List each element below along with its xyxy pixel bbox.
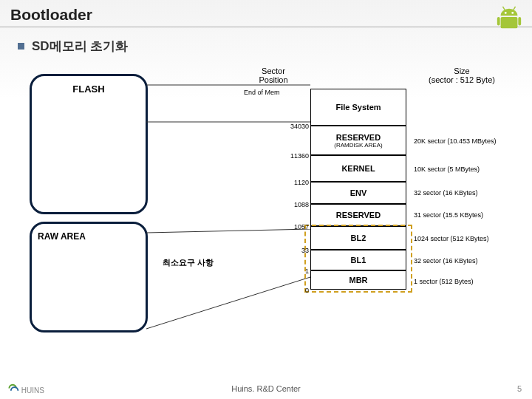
page-number: 5 (517, 384, 522, 393)
pos-34030: 34030 (290, 123, 309, 130)
flash-label: FLASH (32, 83, 146, 95)
size-1: 1 sector (512 Bytes) (414, 278, 474, 285)
size-31: 31 sector (15.5 KBytes) (414, 211, 483, 219)
header-size: Size (sector : 512 Byte) (414, 66, 510, 84)
size-32b: 32 sector (16 KBytes) (414, 257, 478, 265)
raw-connector (146, 229, 310, 332)
svg-point-2 (511, 12, 514, 14)
cell-reserved2: RESERVED (310, 204, 406, 226)
cell-reserved-sub: (RAMDISK AREA) (311, 142, 406, 149)
raw-area-box: RAW AREA (30, 222, 148, 332)
size-32: 32 sector (16 KBytes) (414, 189, 478, 197)
footer-text: Huins. R&D Center (0, 384, 532, 393)
svg-line-9 (146, 229, 310, 233)
slide: Bootloader SD메모리 초기화 FLASH RAW AREA 최소요구… (0, 0, 532, 399)
svg-rect-4 (518, 17, 521, 25)
cell-env: ENV (310, 182, 406, 204)
subtitle: SD메모리 초기화 (32, 38, 128, 55)
svg-rect-3 (497, 17, 500, 25)
page-title: Bootloader (10, 6, 522, 24)
cell-reserved-label: RESERVED (311, 133, 406, 142)
svg-rect-0 (501, 17, 518, 28)
pos-33: 33 (301, 247, 309, 254)
pos-1088: 1088 (294, 201, 309, 208)
title-bar: Bootloader (0, 0, 532, 27)
pos-1120: 1120 (294, 179, 309, 186)
cell-filesystem: File System (310, 89, 406, 126)
size-1024: 1024 sector (512 KBytes) (414, 235, 489, 242)
pos-11360: 11360 (290, 152, 309, 160)
content-area: FLASH RAW AREA 최소요구 사항 Sector Position S… (30, 74, 517, 362)
svg-line-10 (146, 277, 310, 329)
subtitle-row: SD메모리 초기화 (0, 27, 532, 55)
size-10k: 10K sector (5 MBytes) (414, 166, 480, 173)
svg-line-6 (514, 7, 516, 10)
pos-1057: 1057 (294, 223, 309, 231)
raw-area-label: RAW AREA (38, 231, 86, 242)
end-of-mem-label: End of Mem (244, 89, 280, 96)
svg-line-5 (502, 7, 505, 10)
pos-0: 0 (305, 287, 309, 294)
svg-point-1 (505, 12, 507, 14)
android-icon (495, 4, 523, 33)
cell-reserved-ramdisk: RESERVED (RAMDISK AREA) (310, 126, 406, 155)
dashed-highlight (304, 225, 412, 293)
flash-connector (146, 81, 310, 126)
bullet-icon (18, 43, 24, 50)
header-position: Sector Position (244, 66, 303, 84)
size-20k: 20K sector (10.453 MBytes) (414, 137, 497, 145)
flash-box: FLASH (30, 74, 148, 214)
pos-1: 1 (305, 267, 309, 275)
cell-kernel: KERNEL (310, 155, 406, 182)
